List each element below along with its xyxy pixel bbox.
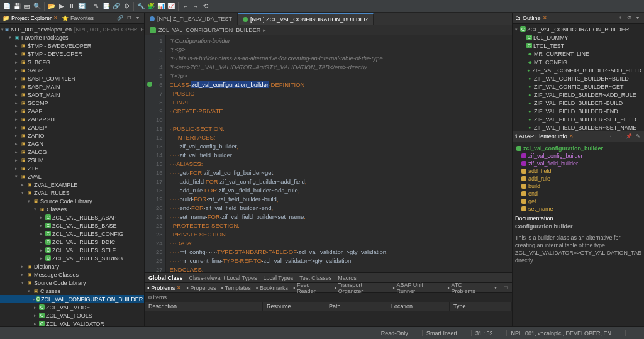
link-editor-icon[interactable]: 🔗 <box>116 14 124 22</box>
local-tab[interactable]: Class-relevant Local Types <box>189 275 257 281</box>
toolbar-icon-0[interactable]: 📄 <box>3 2 11 11</box>
toolbar-icon-10[interactable]: 🔗 <box>112 2 121 11</box>
tree-node[interactable]: ▸▣S_BCFG <box>0 58 144 66</box>
min-icon[interactable]: ▾ <box>492 284 499 292</box>
tree-node[interactable]: ●ZIF_VAL_FIELD_BUILDER~BUILD <box>513 99 644 107</box>
tree-node[interactable]: ▸▣SCCMP <box>0 99 144 107</box>
tree-node[interactable]: ▸▣SABP_COMPILER <box>0 74 144 82</box>
bottom-tab[interactable]: ▪Properties <box>186 285 216 291</box>
bottom-tab[interactable]: ▪Templates <box>221 285 250 291</box>
tree-node[interactable]: ▸▣ZSHM <box>0 156 144 164</box>
editor-tab-1[interactable]: [NPL] Z_FI_SALV_IDA_TEST <box>145 13 238 25</box>
toolbar-icon-7[interactable]: 🔄 <box>77 2 86 11</box>
tree-node[interactable]: ▸▣ZVAL_EXAMPLE <box>0 181 144 189</box>
tree-node[interactable]: ▾▣NLP_001_developer_en[NPL, 001, DEVELOP… <box>0 25 144 33</box>
toolbar-icon-15[interactable]: 📈 <box>167 2 175 11</box>
collapse-icon[interactable]: ⊟ <box>125 14 133 22</box>
tree-node[interactable]: ▸▣ZAAP <box>0 107 144 115</box>
tree-node[interactable]: ▾▣ZVAL <box>0 172 144 181</box>
tree-node[interactable]: ▸CZCL_VAL_RULES_CONFIG <box>0 230 144 238</box>
project-explorer-tree[interactable]: ▾▣NLP_001_developer_en[NPL, 001, DEVELOP… <box>0 24 144 326</box>
tree-node[interactable]: ▸▣ZABAPGIT <box>0 115 144 123</box>
tree-node[interactable]: ▸▣SABP <box>0 66 144 74</box>
toolbar-icon-11[interactable]: ⚙ <box>122 2 131 11</box>
tree-node[interactable]: ▾▣Source Code Library <box>0 197 144 205</box>
toolbar-icon-9[interactable]: 📑 <box>102 2 111 11</box>
code-editor[interactable]: 1234567891011121314151617181920212223242… <box>145 35 512 272</box>
max-icon[interactable]: □ <box>502 284 509 292</box>
tree-node[interactable]: ▸▣Dictionary <box>0 262 144 270</box>
tree-node[interactable]: ▸▣ZAGN <box>0 140 144 148</box>
toolbar-icon-8[interactable]: ✎ <box>92 2 101 11</box>
toolbar-icon-1[interactable]: 💾 <box>13 2 21 11</box>
sort-icon[interactable]: ↕ <box>616 14 624 22</box>
element-info-tab[interactable]: ℹABAP Element Info✕ <box>515 133 574 140</box>
menu-icon[interactable]: ▾ <box>134 14 142 22</box>
tree-node[interactable]: ◆MT_CONFIG <box>513 58 644 66</box>
toolbar-icon-17[interactable]: → <box>191 2 200 11</box>
toolbar-icon-5[interactable]: ▶ <box>57 2 66 11</box>
toolbar-icon-2[interactable]: 🖴 <box>23 2 31 11</box>
bottom-tab[interactable]: ▪ATC Problems <box>447 282 487 294</box>
menu-icon[interactable]: ▾ <box>634 14 641 22</box>
breadcrumb[interactable]: ZCL_VAL_CONFIGURATION_BUILDER▸ <box>145 25 512 35</box>
local-tab[interactable]: Macros <box>338 275 357 281</box>
editor-tab-2[interactable]: [NPL] ZCL_VAL_CONFIGURATION_BUILDER <box>238 13 374 25</box>
tree-node[interactable]: ▸▣SADT_MAIN <box>0 91 144 99</box>
bottom-tab[interactable]: ▪Feed Reader <box>293 282 330 294</box>
fwd-icon[interactable]: → <box>616 133 624 140</box>
toolbar-icon-14[interactable]: 📊 <box>157 2 165 11</box>
tree-node[interactable]: ▾▣ZVAL_RULES <box>0 189 144 197</box>
bottom-tab[interactable]: ▪Problems✕ <box>147 285 181 291</box>
tree-node[interactable]: ▸CZCL_VAL_RULES_ABAP <box>0 213 144 221</box>
tree-node[interactable]: ●ZIF_VAL_FIELD_BUILDER~END <box>513 107 644 115</box>
tree-node[interactable]: ▸CZCL_VAL_RULES_DDIC <box>0 238 144 246</box>
pin-icon[interactable]: 📌 <box>625 133 633 140</box>
tree-node[interactable]: ●ZIF_VAL_FIELD_BUILDER~SET_NAME <box>513 123 644 131</box>
local-tab[interactable]: Test Classes <box>299 275 331 281</box>
tree-node[interactable]: ▸CZCL_VAL_MODE <box>0 303 144 311</box>
tree-node[interactable]: ▸▣ZAFIO <box>0 131 144 140</box>
tree-node[interactable]: ▸CZCL_VAL_RULES_SELF <box>0 246 144 254</box>
tree-node[interactable]: ▸▣$TMP - BWDEVELOPER <box>0 42 144 50</box>
tree-node[interactable]: ▾▣Classes <box>0 205 144 213</box>
filter-icon[interactable]: ⚗ <box>625 14 633 22</box>
tree-node[interactable]: ●ZIF_VAL_FIELD_BUILDER~ADD_RULE <box>513 91 644 99</box>
bottom-tab[interactable]: ▪ABAP Unit Runner <box>392 282 442 294</box>
toolbar-icon-16[interactable]: ← <box>181 2 190 11</box>
tree-node[interactable]: ▸▣$TMP - DEVELOPER <box>0 50 144 58</box>
tree-node[interactable]: ▸▣ZALOG <box>0 148 144 156</box>
back-icon[interactable]: ← <box>608 133 615 140</box>
toolbar-icon-3[interactable]: 🔍 <box>33 2 42 11</box>
toolbar-icon-13[interactable]: 🧩 <box>147 2 155 11</box>
tree-node[interactable]: ▸▣SABP_MAIN <box>0 82 144 91</box>
tree-node[interactable]: ●ZIF_VAL_CONFIG_BUILDER~GET <box>513 82 644 91</box>
toolbar-icon-6[interactable]: ⏸ <box>67 2 76 11</box>
favorites-tab[interactable]: ⭐Favorites <box>62 15 94 21</box>
tree-node[interactable]: ◆MR_CURRENT_LINE <box>513 50 644 58</box>
tree-node[interactable]: ▸CZCL_VAL_CONFIGURATION_BUILDER <box>0 295 144 303</box>
tree-node[interactable]: ▾CZCL_VAL_CONFIGURATION_BUILDER <box>513 25 644 33</box>
toolbar-icon-18[interactable]: ⟲ <box>201 2 210 11</box>
status-menu[interactable]: ⋮ <box>625 330 639 336</box>
bottom-tab[interactable]: ▪Transport Organizer <box>335 282 388 294</box>
tree-node[interactable]: ●ZIF_VAL_CONFIG_BUILDER~BUILD <box>513 74 644 82</box>
tree-node[interactable]: ▾▣Source Code Library <box>0 279 144 287</box>
tree-node[interactable]: ▾▣Favorite Packages <box>0 33 144 42</box>
project-explorer-tab[interactable]: 📁Project Explorer✕ <box>3 15 58 21</box>
tree-node[interactable]: CLCL_DUMMY <box>513 33 644 42</box>
outline-tab[interactable]: 🗂Outline✕ <box>515 15 547 21</box>
tree-node[interactable]: ▾▣Classes <box>0 287 144 295</box>
tree-node[interactable]: ▸▣ZADEP <box>0 123 144 131</box>
tree-node[interactable]: ▸▣ZTH <box>0 164 144 172</box>
tree-node[interactable]: CLTCL_TEST <box>513 42 644 50</box>
toolbar-icon-12[interactable]: 🔧 <box>136 2 145 11</box>
edit-icon[interactable]: ✎ <box>634 133 641 140</box>
local-tab[interactable]: Local Types <box>263 275 293 281</box>
local-tab[interactable]: Global Class <box>148 275 183 281</box>
tree-node[interactable]: ●ZIF_VAL_CONFIG_BUILDER~ADD_FIELD <box>513 66 644 74</box>
tree-node[interactable]: ▸CZCL_VAL_RULES_STRING <box>0 254 144 262</box>
tree-node[interactable]: ▸CZCL_VAL_RULES_BASE <box>0 221 144 230</box>
tree-node[interactable]: ▸CZCL_VAL_TOOLS <box>0 311 144 320</box>
tree-node[interactable]: ▸CZCL_VAL_VALIDATOR <box>0 320 144 326</box>
